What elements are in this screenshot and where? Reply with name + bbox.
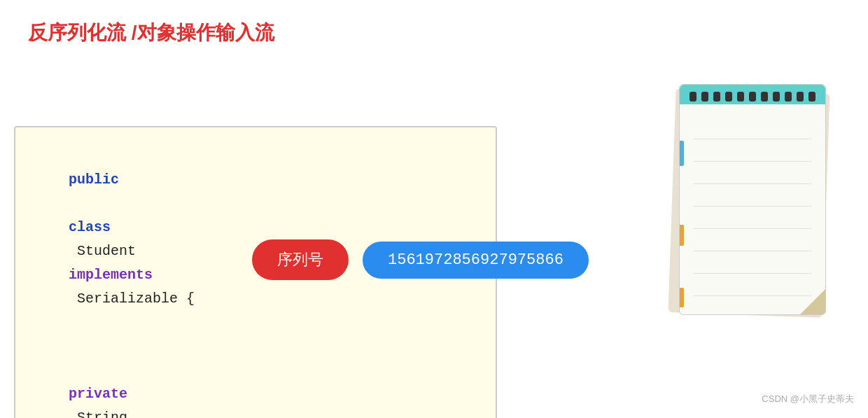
notebook-tab-orange-mid (679, 225, 684, 246)
kw-private-1: private (69, 386, 127, 402)
spiral-dot (808, 92, 816, 102)
spiral-dot (773, 92, 780, 102)
spiral-dot (725, 92, 732, 102)
spiral-dot (761, 92, 768, 102)
notebook-tab-blue (679, 141, 684, 166)
spiral-dot (749, 92, 756, 102)
notebook-illustration (665, 84, 833, 322)
kw-class: class (69, 219, 111, 235)
serial-section: 序列号 156197285692797586​6 (252, 239, 589, 280)
watermark: CSDN @小黑子史蒂夫 (762, 393, 854, 405)
kw-implements: implements (69, 267, 153, 283)
spiral-dot (713, 92, 720, 102)
serial-value: 156197285692797586​6 (363, 242, 589, 279)
notebook-corner-fold (800, 289, 825, 314)
kw-public: public (69, 172, 119, 188)
notebook-spiral (687, 92, 818, 102)
notebook-tab-orange-bot (679, 288, 684, 307)
notebook-lines (694, 120, 811, 299)
notebook-top-strip (680, 85, 825, 104)
serial-button[interactable]: 序列号 (252, 239, 349, 280)
spiral-dot (737, 92, 744, 102)
page-title: 反序列化流 /对象操作输入流 (28, 20, 274, 46)
code-line-2: private String name ; (35, 335, 476, 418)
spiral-dot (690, 92, 696, 102)
spiral-dot (797, 92, 804, 102)
spiral-dot (701, 92, 708, 102)
notebook-body (679, 84, 826, 315)
spiral-dot (785, 92, 792, 102)
